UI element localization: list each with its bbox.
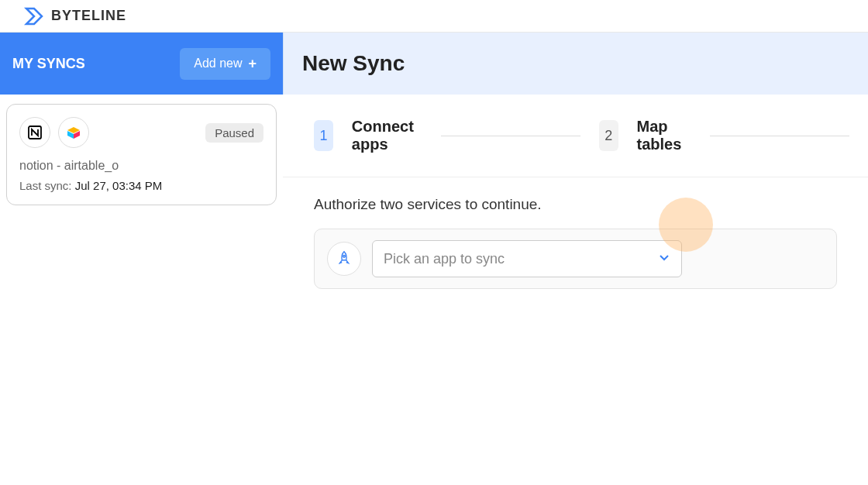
main-header: New Sync	[283, 33, 868, 95]
step-2[interactable]: 2 Map tables	[599, 118, 691, 153]
app-picker-row: Pick an app to sync	[314, 229, 837, 289]
add-new-button[interactable]: Add new +	[180, 48, 270, 80]
step-connector-2	[710, 136, 849, 136]
sidebar-header: MY SYNCS Add new +	[0, 33, 283, 95]
app-select-placeholder: Pick an app to sync	[384, 251, 505, 267]
notion-icon	[19, 117, 50, 148]
sidebar: MY SYNCS Add new + Paused notion - airta…	[0, 33, 283, 485]
sync-app-icons	[19, 117, 89, 148]
step-2-label: Map tables	[637, 118, 691, 153]
byteline-logo-icon	[23, 5, 45, 27]
sidebar-title: MY SYNCS	[12, 56, 85, 72]
page-title: New Sync	[302, 51, 405, 76]
main-panel: New Sync 1 Connect apps 2 Map tables Aut…	[283, 33, 868, 485]
instruction-text: Authorize two services to continue.	[283, 177, 868, 229]
sync-meta: Last sync: Jul 27, 03:34 PM	[19, 179, 264, 192]
status-badge: Paused	[205, 123, 264, 143]
step-2-number: 2	[599, 120, 618, 151]
step-1-number: 1	[314, 120, 333, 151]
sync-card-top: Paused	[19, 117, 264, 148]
step-1-label: Connect apps	[352, 118, 422, 153]
rocket-icon	[327, 242, 361, 276]
sync-card[interactable]: Paused notion - airtable_o Last sync: Ju…	[6, 104, 277, 205]
step-1[interactable]: 1 Connect apps	[314, 118, 422, 153]
last-sync-value: Jul 27, 03:34 PM	[75, 179, 163, 192]
plus-icon: +	[248, 56, 257, 72]
app-header: BYTELINE	[0, 0, 868, 33]
airtable-icon	[58, 117, 89, 148]
step-connector	[441, 136, 580, 136]
logo[interactable]: BYTELINE	[23, 5, 126, 27]
sync-name: notion - airtable_o	[19, 159, 264, 173]
add-new-label: Add new	[194, 57, 242, 71]
stepper: 1 Connect apps 2 Map tables	[283, 95, 868, 177]
chevron-down-icon	[658, 251, 670, 267]
app-select-dropdown[interactable]: Pick an app to sync	[372, 240, 682, 277]
last-sync-label: Last sync:	[19, 179, 72, 192]
brand-name: BYTELINE	[51, 8, 126, 24]
